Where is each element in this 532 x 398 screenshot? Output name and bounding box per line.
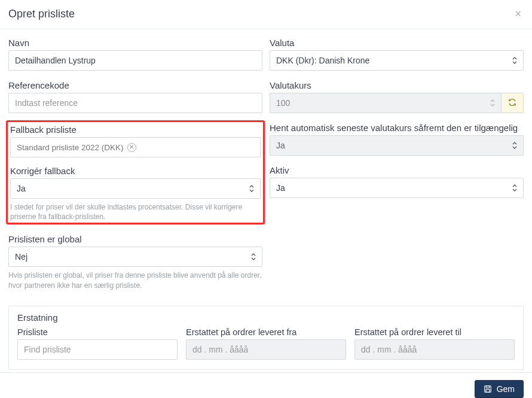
correct-fallback-label: Korrigér fallback xyxy=(10,166,261,176)
fallback-pricelist-label: Fallback prisliste xyxy=(10,124,261,135)
svg-rect-0 xyxy=(484,386,491,393)
active-value: Ja xyxy=(276,183,285,193)
currency-select[interactable]: DKK (Dkr): Danish Krone xyxy=(270,50,524,71)
left-column: Navn Referencekode Fallback prisliste St… xyxy=(8,38,262,300)
reference-input[interactable] xyxy=(8,93,262,113)
global-select[interactable]: Nej xyxy=(8,247,262,267)
replacement-from-label: Erstattet på ordrer leveret fra xyxy=(186,327,346,337)
create-pricelist-modal: Opret prisliste × Navn Referencekode Fal… xyxy=(0,0,532,398)
replacement-title: Erstatning xyxy=(17,312,515,323)
exchange-rate-input[interactable]: 100 xyxy=(270,93,501,113)
right-column: Valuta DKK (Dkr): Danish Krone Valutakur… xyxy=(270,38,524,300)
svg-rect-2 xyxy=(486,390,490,392)
reference-label: Referencekode xyxy=(8,80,262,90)
replacement-pricelist-label: Prisliste xyxy=(17,327,178,337)
exchange-rate-field: Valutakurs 100 xyxy=(270,80,524,113)
active-field: Aktiv Ja xyxy=(270,165,524,198)
modal-body: Navn Referencekode Fallback prisliste St… xyxy=(0,29,532,372)
auto-rate-select[interactable]: Ja xyxy=(270,135,524,156)
chip-remove-icon[interactable]: ✕ xyxy=(127,143,136,152)
chevron-updown-icon xyxy=(251,253,256,260)
global-value: Nej xyxy=(15,252,27,262)
fallback-pricelist-field: Fallback prisliste Standard prisliste 20… xyxy=(10,124,261,157)
name-field: Navn xyxy=(8,38,262,71)
currency-label: Valuta xyxy=(270,38,524,48)
modal-footer: Gem xyxy=(0,372,532,398)
global-field: Prislisten er global Nej Hvis prislisten… xyxy=(8,234,262,290)
currency-value: DKK (Dkr): Danish Krone xyxy=(276,56,369,65)
exchange-rate-label: Valutakurs xyxy=(270,80,524,90)
replacement-from-field: Erstattet på ordrer leveret fra xyxy=(186,327,346,360)
replacement-to-field: Erstattet på ordrer leveret til xyxy=(354,327,515,360)
save-button[interactable]: Gem xyxy=(475,380,524,398)
name-input[interactable] xyxy=(8,50,262,71)
replacement-from-input[interactable] xyxy=(186,339,346,360)
replacement-pricelist-input[interactable] xyxy=(17,339,178,360)
chevron-updown-icon xyxy=(512,57,517,64)
stepper-icon[interactable] xyxy=(490,99,495,107)
auto-rate-value: Ja xyxy=(276,141,285,150)
currency-field: Valuta DKK (Dkr): Danish Krone xyxy=(270,38,524,71)
exchange-rate-value: 100 xyxy=(276,98,290,108)
auto-rate-field: Hent automatisk seneste valutakurs såfre… xyxy=(270,123,524,156)
chevron-updown-icon xyxy=(512,142,517,149)
save-icon xyxy=(484,385,492,393)
active-label: Aktiv xyxy=(270,165,524,175)
chevron-updown-icon xyxy=(249,185,254,192)
reference-field: Referencekode xyxy=(8,80,262,113)
save-label: Gem xyxy=(497,384,515,394)
fallback-chip[interactable]: Standard prisliste 2022 (DKK) ✕ xyxy=(17,143,136,152)
modal-header: Opret prisliste × xyxy=(0,0,532,29)
global-label: Prislisten er global xyxy=(8,234,262,244)
refresh-icon xyxy=(508,98,516,108)
correct-fallback-value: Ja xyxy=(17,184,26,193)
name-label: Navn xyxy=(8,38,262,48)
fallback-chip-label: Standard prisliste 2022 (DKK) xyxy=(17,143,124,152)
refresh-rate-button[interactable] xyxy=(501,93,524,113)
replacement-pricelist-field: Prisliste xyxy=(17,327,178,360)
auto-rate-label: Hent automatisk seneste valutakurs såfre… xyxy=(270,123,524,133)
fallback-pricelist-input[interactable]: Standard prisliste 2022 (DKK) ✕ xyxy=(10,137,261,157)
global-hint: Hvis prislisten er global, vil priser fr… xyxy=(8,271,262,290)
correct-fallback-select[interactable]: Ja xyxy=(10,178,261,199)
close-icon[interactable]: × xyxy=(512,7,524,20)
svg-rect-1 xyxy=(486,386,489,388)
correct-fallback-field: Korrigér fallback Ja I stedet for priser… xyxy=(10,166,261,221)
fallback-highlight: Fallback prisliste Standard prisliste 20… xyxy=(6,120,265,224)
active-select[interactable]: Ja xyxy=(270,178,524,198)
chevron-updown-icon xyxy=(512,184,517,192)
replacement-to-label: Erstattet på ordrer leveret til xyxy=(354,327,515,337)
replacement-panel: Erstatning Prisliste Erstattet på ordrer… xyxy=(8,306,524,370)
modal-title: Opret prisliste xyxy=(8,8,75,20)
correct-fallback-hint: I stedet for priser vil der skulle indta… xyxy=(10,202,261,221)
replacement-to-input[interactable] xyxy=(354,339,515,360)
